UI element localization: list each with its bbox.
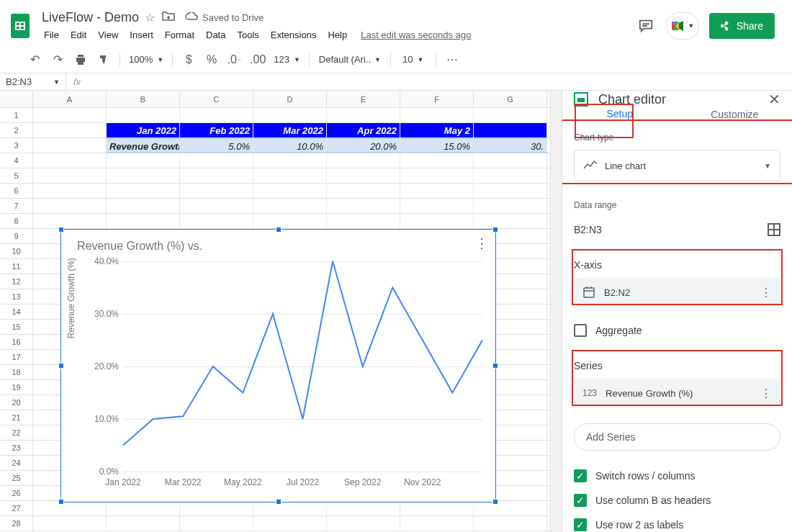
last-edit-link[interactable]: Last edit was seconds ago — [361, 30, 471, 40]
cell[interactable] — [474, 199, 547, 213]
cell[interactable] — [33, 108, 107, 122]
cell[interactable]: 30. — [474, 138, 547, 153]
comments-icon[interactable] — [636, 16, 656, 36]
format-dropdown[interactable]: 123▼ — [271, 50, 303, 69]
col-header[interactable]: E — [327, 91, 400, 107]
chart-type-select[interactable]: Line chart▼ — [574, 150, 780, 181]
aggregate-checkbox[interactable] — [574, 324, 587, 337]
cell[interactable]: 10.0% — [253, 138, 327, 153]
undo-icon[interactable]: ↶ — [24, 50, 45, 70]
cell[interactable] — [180, 168, 253, 183]
menu-data[interactable]: Data — [201, 27, 230, 43]
row-header[interactable]: 15 — [0, 320, 33, 334]
row-header[interactable]: 12 — [0, 274, 33, 289]
cell[interactable] — [33, 199, 107, 213]
cell[interactable] — [107, 199, 180, 213]
row-header[interactable]: 9 — [0, 229, 33, 243]
cell[interactable]: 15.0% — [400, 138, 474, 153]
add-series-button[interactable]: Add Series — [574, 423, 780, 451]
cell[interactable] — [180, 184, 253, 198]
menu-extensions[interactable]: Extensions — [266, 27, 322, 43]
cell[interactable] — [400, 108, 474, 122]
row-labels-checkbox[interactable] — [574, 518, 587, 531]
cell[interactable]: 20.0% — [327, 138, 400, 153]
cell[interactable]: Jan 2022 — [107, 123, 180, 137]
row-header[interactable]: 18 — [0, 365, 33, 379]
row-header[interactable]: 4 — [0, 153, 33, 168]
cell[interactable] — [327, 516, 400, 531]
doc-title[interactable]: LiveFlow - Demo — [42, 10, 139, 25]
row-header[interactable]: 19 — [0, 380, 33, 395]
cell[interactable] — [33, 138, 107, 153]
cell[interactable] — [107, 153, 180, 168]
cell[interactable] — [253, 184, 327, 198]
row-header[interactable]: 5 — [0, 168, 33, 183]
sheet-area[interactable]: ABCDEFG 12Jan 2022Feb 2022Mar 2022Apr 20… — [0, 91, 550, 532]
row-header[interactable]: 13 — [0, 289, 33, 304]
cell[interactable] — [400, 168, 474, 183]
more-icon[interactable]: ⋯ — [442, 50, 462, 70]
cell[interactable] — [107, 516, 180, 531]
menu-tools[interactable]: Tools — [232, 27, 264, 43]
menu-help[interactable]: Help — [323, 27, 352, 43]
cell[interactable]: May 2 — [400, 123, 474, 137]
row-header[interactable]: 21 — [0, 410, 33, 425]
x-axis-more-icon[interactable]: ⋮ — [760, 286, 772, 299]
paint-format-icon[interactable] — [94, 50, 114, 70]
row-header[interactable]: 22 — [0, 425, 33, 440]
cell[interactable] — [33, 516, 107, 531]
tab-customize[interactable]: Customize — [678, 108, 793, 121]
cell[interactable] — [253, 108, 327, 122]
cell[interactable] — [180, 199, 253, 213]
cell[interactable] — [474, 123, 547, 137]
cell[interactable] — [400, 214, 474, 228]
cell[interactable] — [400, 153, 474, 168]
cell[interactable] — [474, 168, 547, 183]
cell[interactable] — [327, 214, 400, 228]
cell[interactable] — [180, 516, 253, 531]
share-button[interactable]: Share — [709, 13, 775, 39]
cell[interactable] — [33, 153, 107, 168]
tab-setup[interactable]: Setup — [562, 108, 678, 121]
cell[interactable] — [33, 168, 107, 183]
col-headers-checkbox[interactable] — [574, 494, 587, 507]
cell[interactable] — [474, 108, 547, 122]
row-header[interactable]: 6 — [0, 184, 33, 198]
cell[interactable] — [253, 199, 327, 213]
col-header[interactable]: F — [400, 91, 474, 107]
cell[interactable] — [474, 516, 547, 531]
menu-insert[interactable]: Insert — [125, 27, 158, 43]
menu-view[interactable]: View — [93, 27, 123, 43]
cell[interactable] — [180, 108, 253, 122]
cell[interactable] — [474, 153, 547, 168]
cell[interactable] — [253, 214, 327, 228]
switch-rows-checkbox[interactable] — [574, 469, 587, 482]
row-header[interactable]: 20 — [0, 395, 33, 410]
row-header[interactable]: 17 — [0, 350, 33, 364]
star-icon[interactable]: ☆ — [145, 11, 155, 24]
decrease-decimal-icon[interactable]: .0← — [225, 50, 245, 70]
menu-file[interactable]: File — [39, 27, 64, 43]
x-axis-pill[interactable]: B2:N2⋮ — [574, 278, 780, 307]
cell[interactable] — [180, 214, 253, 228]
cell[interactable] — [253, 168, 327, 183]
row-header[interactable]: 23 — [0, 441, 33, 455]
row-header[interactable]: 3 — [0, 138, 33, 153]
cell[interactable] — [180, 153, 253, 168]
cell[interactable]: Revenue Growth (%) — [107, 138, 180, 153]
currency-icon[interactable]: $ — [179, 50, 199, 70]
cell[interactable] — [327, 108, 400, 122]
cell[interactable]: Mar 2022 — [253, 123, 327, 137]
zoom-dropdown[interactable]: 100%▼ — [126, 50, 166, 69]
col-header[interactable]: C — [180, 91, 253, 107]
chart-menu-icon[interactable]: ⋮ — [475, 235, 488, 251]
cell[interactable] — [474, 184, 547, 198]
cell[interactable] — [400, 516, 474, 531]
row-header[interactable]: 8 — [0, 214, 33, 228]
cell[interactable] — [400, 199, 474, 213]
cell[interactable] — [253, 501, 327, 515]
cell[interactable] — [253, 153, 327, 168]
cell[interactable] — [33, 123, 107, 137]
redo-icon[interactable]: ↷ — [48, 50, 68, 70]
row-header[interactable]: 26 — [0, 486, 33, 500]
